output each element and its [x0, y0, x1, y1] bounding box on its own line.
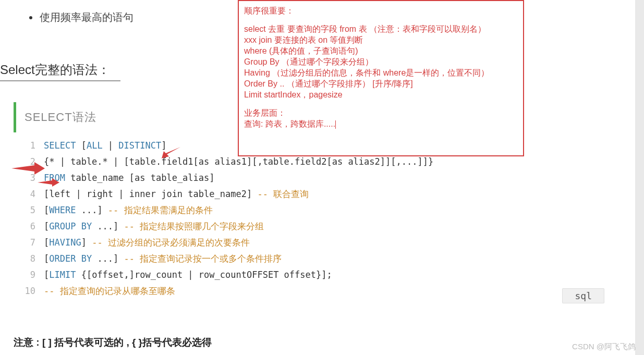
- comment: -- 指定结果按照哪几个字段来分组: [124, 221, 264, 231]
- code-line: [ORDER BY ...] -- 指定查询记录按一个或多个条件排序: [44, 251, 621, 267]
- code-line: [HAVING] -- 过滤分组的记录必须满足的次要条件: [44, 235, 621, 251]
- kw-where: WHERE: [49, 205, 76, 215]
- bullet-item: 使用频率最高的语句: [29, 10, 133, 25]
- t: table_name [as table_alias]: [65, 173, 215, 183]
- annotation-line: Order By .. （通过哪个字段排序） [升序/降序]: [244, 78, 518, 89]
- code-block: 1 2 3 4 5 6 7 8 9 10 SELECT [ALL | DISTI…: [14, 136, 621, 301]
- annotation-line: Having （过滤分组后的信息，条件和 where是一样的，位置不同）: [244, 67, 518, 78]
- note-text: 注意 : [ ] 括号代表可选的 , { }括号代表必选得: [14, 336, 212, 349]
- t: ...]: [76, 205, 107, 215]
- kw-all: ALL: [87, 140, 103, 151]
- annotation-box: 顺序很重要： select 去重 要查询的字段 from 表 （注意：表和字段可…: [238, 0, 524, 156]
- watermark-text: CSDN @阿飞飞鸽: [572, 342, 636, 352]
- line-number: 7: [14, 235, 35, 251]
- line-number: 1: [14, 138, 35, 154]
- text-cursor-icon: [335, 120, 336, 129]
- t: {[offset,]row_count | row_countOFFSET of…: [76, 270, 332, 280]
- bullet-dot: [29, 16, 32, 19]
- t: [: [44, 270, 49, 280]
- line-number: 10: [14, 283, 35, 299]
- kw-select: SELECT: [44, 140, 76, 151]
- t: [: [44, 237, 49, 248]
- line-number: 8: [14, 251, 35, 267]
- t: [: [44, 205, 49, 215]
- code-line: [LIMIT {[offset,]row_count | row_countOF…: [44, 267, 621, 283]
- t: ...]: [92, 253, 124, 264]
- t: ]: [81, 237, 92, 248]
- code-line: [WHERE ...] -- 指定结果需满足的条件: [44, 202, 621, 218]
- t: 查询: 跨表，跨数据库.....: [244, 119, 335, 128]
- line-number: 4: [14, 186, 35, 202]
- kw-limit: LIMIT: [49, 270, 76, 280]
- section-heading: Select完整的语法：: [0, 62, 120, 81]
- kw-orderby: ORDER BY: [49, 253, 92, 264]
- comment: -- 过滤分组的记录必须满足的次要条件: [92, 237, 250, 248]
- comment: -- 联合查询: [257, 189, 309, 199]
- annotation-subheading: 业务层面：: [244, 107, 518, 118]
- t: [: [44, 253, 49, 264]
- code-line: [left | right | inner join table_name2] …: [44, 186, 621, 202]
- comment: -- 指定查询记录按一个或多个条件排序: [124, 253, 282, 264]
- line-number: 3: [14, 170, 35, 186]
- comment: -- 指定查询的记录从哪条至哪条: [44, 286, 175, 296]
- annotation-line: Group By （通过哪个字段来分组）: [244, 56, 518, 67]
- t: |: [103, 140, 119, 151]
- code-line: -- 指定查询的记录从哪条至哪条: [44, 283, 621, 299]
- annotation-line: 查询: 跨表，跨数据库.....: [244, 118, 518, 129]
- kw-from: FROM: [44, 173, 65, 183]
- line-number: 5: [14, 202, 35, 218]
- line-number: 6: [14, 218, 35, 235]
- code-line: FROM table_name [as table_alias]: [44, 170, 621, 186]
- bullet-text: 使用频率最高的语句: [40, 10, 133, 25]
- code-language-badge: sql: [562, 288, 604, 303]
- annotation-line: select 去重 要查询的字段 from 表 （注意：表和字段可以取别名）: [244, 23, 518, 34]
- line-number: 2: [14, 154, 35, 170]
- code-line: [GROUP BY ...] -- 指定结果按照哪几个字段来分组: [44, 218, 621, 235]
- t: ]: [161, 140, 166, 151]
- kw-groupby: GROUP BY: [49, 221, 92, 231]
- code-lines: SELECT [ALL | DISTINCT] {* | table.* | […: [40, 136, 621, 301]
- comment: -- 指定结果需满足的条件: [108, 205, 213, 215]
- annotation-line: where (具体的值，子查询语句): [244, 45, 518, 56]
- line-gutter: 1 2 3 4 5 6 7 8 9 10: [14, 136, 40, 301]
- annotation-heading: 顺序很重要：: [244, 5, 518, 16]
- t: [left | right | inner join table_name2]: [44, 189, 257, 199]
- annotation-line: xxx join 要连接的表 on 等值判断: [244, 34, 518, 45]
- kw-distinct: DISTINCT: [118, 140, 161, 151]
- t: ...]: [92, 221, 124, 231]
- t: [: [76, 140, 86, 151]
- t: {* | table.* | [table.field1[as alias1][…: [44, 156, 433, 167]
- page: 使用频率最高的语句 Select完整的语法： SELECT语法 1 2 3 4 …: [0, 0, 644, 355]
- t: [: [44, 221, 49, 231]
- line-number: 9: [14, 267, 35, 283]
- annotation-line: Limit startIndex，pagesize: [244, 89, 518, 100]
- kw-having: HAVING: [49, 237, 81, 248]
